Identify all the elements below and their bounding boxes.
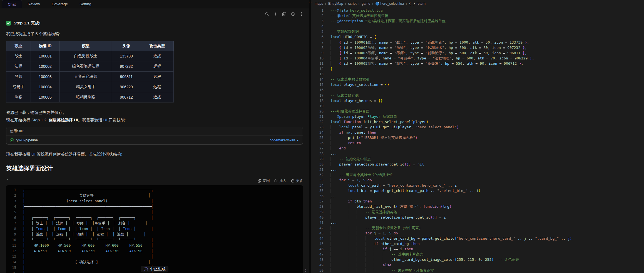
search-icon[interactable] xyxy=(265,12,269,16)
code-line[interactable]: 44 local other_card_bg = panel:get_child… xyxy=(311,236,644,241)
code-line[interactable]: 7 { id = 100001战士, name = "战士", type = "… xyxy=(311,40,644,45)
tab-setting[interactable]: Setting xyxy=(74,0,97,8)
ascii-line: 14│ [ 确认选择 ] │ xyxy=(6,259,303,265)
code-line[interactable]: 31... xyxy=(311,167,644,172)
code-line[interactable]: 14-- 玩家选中的英雄索引 xyxy=(311,77,644,82)
editor-code-area[interactable]: 1---@file hero_select.lua2---@brief 英雄选择… xyxy=(311,7,644,273)
code-line[interactable]: 24 if not panel then xyxy=(311,130,644,135)
breadcrumb-item-hero-select-lua[interactable]: hero_select.lua xyxy=(376,2,404,6)
code-line[interactable]: 21---@param player Player 玩家对象 xyxy=(311,114,644,119)
skill-card: 使用Skill: y3-ui-pipeline .codemaker/skill… xyxy=(6,127,303,145)
breadcrumb-separator: › xyxy=(372,2,373,6)
codeblock-actions: 复制 插入 更多 xyxy=(258,179,303,183)
code-line[interactable]: 12} xyxy=(311,66,644,71)
skill-name: y3-ui-pipeline xyxy=(16,138,38,142)
ascii-line: 4├──────────────────────────────────────… xyxy=(6,204,303,209)
table-cell: 133739 xyxy=(112,51,141,61)
breadcrumb-item-script[interactable]: script xyxy=(348,2,357,6)
code-line[interactable]: 25 print("[ERROR] 找不到英雄选择面板") xyxy=(311,135,644,140)
code-line[interactable]: 1---@file hero_select.lua xyxy=(311,8,644,13)
code-line[interactable]: 33 for i = 1, 5 do xyxy=(311,177,644,183)
ascii-line: 7│ │ 战士 │ │ 法师 │ │ 琴师 │ │弓箭手 │ │ 刺客 │ │ xyxy=(6,221,303,226)
code-line[interactable]: 10 { id = 100004弓箭手, name = "弓箭手", type … xyxy=(311,56,644,61)
code-line[interactable]: 6local HERO_CONFIG = { xyxy=(311,34,644,39)
code-line[interactable]: 8 { id = 100002法师, name = "法师", type = "… xyxy=(311,45,644,50)
copy-button[interactable]: 复制 xyxy=(258,179,270,183)
code-line[interactable]: 48 other_card_bg:set_image_color(255, 21… xyxy=(311,257,644,262)
code-line[interactable]: 20---初始化英雄选择界面 xyxy=(311,109,644,114)
code-line[interactable]: 50 -- 未选中的卡片恢复正常 xyxy=(311,268,644,273)
drag-handle-icon[interactable]: ⋮⋮ xyxy=(308,1,312,3)
chat-panel: ChatReviewCoverageSetting Step 1.1 完成! 我… xyxy=(0,0,309,273)
code-line[interactable]: 18local player_heroes = {} xyxy=(311,98,644,103)
duplicate-window-icon[interactable] xyxy=(282,12,286,16)
code-line[interactable]: 40 player_selection[player:get_id()] = i xyxy=(311,215,644,220)
hero-table-header: 物编 ID xyxy=(31,41,60,51)
breadcrumb-item-maps[interactable]: maps xyxy=(315,2,323,6)
breadcrumb-separator: › xyxy=(406,2,407,6)
insert-button[interactable]: 插入 xyxy=(274,179,286,183)
code-line[interactable]: 42 -- 更新卡片视觉效果（选中高亮） xyxy=(311,225,644,231)
code-line[interactable]: 26 return xyxy=(311,140,644,146)
collapse-icon[interactable]: ⌃ xyxy=(6,179,9,183)
code-line[interactable]: 23 local panel = y3.ui.get_ui(player, "h… xyxy=(311,124,644,130)
code-line[interactable]: 22local function init_hero_select_panel(… xyxy=(311,119,644,124)
table-cell: 906811 xyxy=(112,72,141,82)
table-cell: 白色男性战士 xyxy=(60,51,112,61)
skill-source-link[interactable]: .codemaker/skills xyxy=(269,138,299,142)
panel-divider[interactable]: ⋮⋮ xyxy=(309,0,311,273)
code-line[interactable]: 43 for j = 1, 5 do xyxy=(311,231,644,236)
chat-scroll-area[interactable]: Step 1.1 完成! 我已成功生成了 5 个英雄物编: 职业物编 ID模型头… xyxy=(0,8,309,273)
code-line[interactable]: 19 xyxy=(311,103,644,109)
kebab-menu-icon[interactable] xyxy=(299,12,304,16)
table-cell: 906712 xyxy=(112,92,141,102)
code-line[interactable]: 15local player_selection = {} xyxy=(311,82,644,87)
code-line[interactable]: 35 local btn = panel:get_child(card_path… xyxy=(311,188,644,193)
tab-chat[interactable]: Chat xyxy=(2,0,22,8)
code-line[interactable]: 32 -- 绑定每个英雄卡片的选择按钮 xyxy=(311,172,644,177)
table-row: 战士100001白色男性战士133739近战 xyxy=(6,51,174,61)
code-line[interactable]: 30 player_selection[player:get_id()] = n… xyxy=(311,162,644,167)
breadcrumb-item-entrymap[interactable]: EntryMap xyxy=(328,2,343,6)
tab-coverage[interactable]: Coverage xyxy=(46,0,74,8)
table-row: 琴师100003人鱼蓝色法师906811远程 xyxy=(6,72,174,82)
breadcrumb: maps›EntryMap›script›game›hero_select.lu… xyxy=(311,0,644,7)
code-line[interactable]: 38 btn:add_fast_event('左键-按下', function(… xyxy=(311,204,644,209)
code-line[interactable]: 2---@brief 英雄选择界面控制逻辑 xyxy=(311,13,644,18)
code-line[interactable]: 17-- 玩家英雄存储 xyxy=(311,93,644,98)
code-line[interactable]: 39 -- 记录选中的英雄 xyxy=(311,209,644,215)
code-line[interactable]: 9 { id = 100003琴师, name = "琴师", type = "… xyxy=(311,50,644,56)
step2-suffix: 。我需要激活 UI 开发技能: xyxy=(78,118,126,122)
code-line[interactable]: 49 else xyxy=(311,262,644,268)
code-line[interactable]: 28... xyxy=(311,151,644,156)
add-icon[interactable] xyxy=(273,12,278,16)
more-button[interactable]: 更多 xyxy=(291,179,303,183)
code-line[interactable]: 34 local card_path = "hero_container.her… xyxy=(311,183,644,188)
table-cell: 战士 xyxy=(6,51,31,61)
code-line[interactable]: 36... xyxy=(311,193,644,199)
hero-table-header: 职业 xyxy=(6,41,31,51)
code-line[interactable]: 4 xyxy=(311,24,644,29)
code-line[interactable]: 29 -- 初始化选中状态 xyxy=(311,156,644,162)
history-icon[interactable] xyxy=(290,12,295,16)
copy-icon xyxy=(258,179,261,183)
hero-table-body: 战士100001白色男性战士133739近战法师100002绿色召唤师法师907… xyxy=(6,51,174,102)
code-line[interactable]: 37 if btn then xyxy=(311,199,644,204)
code-line[interactable]: 3---@description 5选1英雄选择界面，玩家选择后创建对应英雄单位 xyxy=(311,18,644,24)
code-line[interactable]: 11 { id = 100005刺客, name = "刺客", type = … xyxy=(311,61,644,66)
table-cell: 近战 xyxy=(141,92,174,102)
table-cell: 远程 xyxy=(141,82,174,92)
code-line[interactable]: 45 if other_card_bg then xyxy=(311,241,644,246)
code-line[interactable]: 13 xyxy=(311,71,644,77)
code-line[interactable]: 41... xyxy=(311,220,644,225)
abort-generation-button[interactable]: 中止生成 xyxy=(141,266,168,272)
tab-review[interactable]: Review xyxy=(22,0,46,8)
code-line[interactable]: 47 -- 选中的卡片高亮 xyxy=(311,252,644,257)
code-line[interactable]: 5-- 英雄配置数据 xyxy=(311,29,644,34)
code-line[interactable]: 16 xyxy=(311,87,644,92)
scroll-down-icon[interactable]: ⌄⌄ xyxy=(304,268,307,272)
breadcrumb-item-game[interactable]: game xyxy=(362,2,370,6)
code-line[interactable]: 46 if j == i then xyxy=(311,246,644,252)
breadcrumb-item-return[interactable]: { }return xyxy=(409,2,426,6)
code-line[interactable]: 27 end xyxy=(311,146,644,151)
